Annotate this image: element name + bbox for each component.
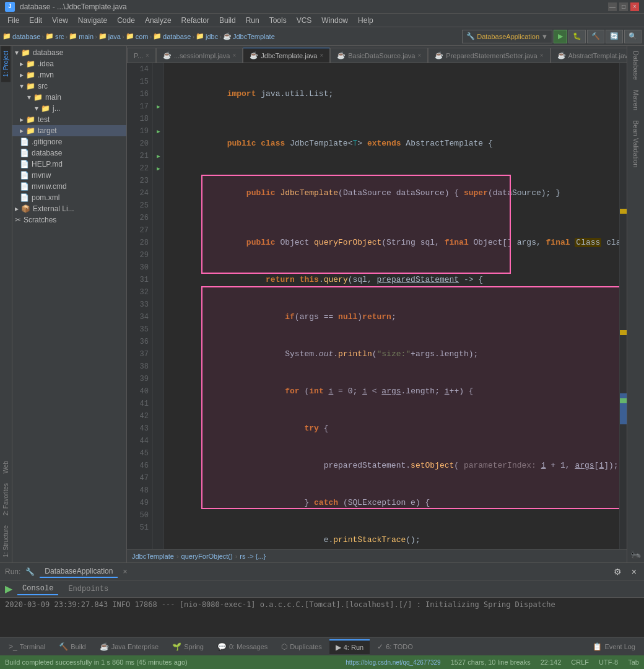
tab-preparedstatement[interactable]: ☕ PreparedStatementSetter.java × <box>428 48 550 63</box>
tree-external-libs[interactable]: ▸ 📦 External Li... <box>12 203 126 214</box>
console-tabs: ▶ Console Endpoints <box>0 580 644 598</box>
menu-edit[interactable]: Edit <box>24 15 47 26</box>
run-close-button[interactable]: × <box>629 566 639 578</box>
tab-p[interactable]: P... × <box>127 48 156 63</box>
debug-button[interactable]: 🐛 <box>568 30 586 43</box>
todo-tab[interactable]: ✓ 6: TODO <box>371 640 419 654</box>
build-tab[interactable]: 🔨 Build <box>53 640 92 654</box>
event-log-tab[interactable]: 📋 Event Log <box>586 640 642 654</box>
database-panel-tab[interactable]: Database <box>631 46 641 85</box>
title-bar-left: J database - ...\JdbcTemplate.java <box>5 2 127 12</box>
messages-tab[interactable]: 💬 0: Messages <box>211 640 274 654</box>
file-encoding[interactable]: UTF-8 <box>599 658 618 666</box>
tree-java-folder[interactable]: ▾ 📁 j... <box>12 103 126 114</box>
gutter-47 <box>153 472 164 484</box>
ant-icon[interactable]: 🐜 <box>628 547 643 562</box>
tab-jdbctemplate[interactable]: ☕ JdbcTemplate.java × <box>243 48 330 63</box>
sync-button[interactable]: 🔄 <box>606 30 623 43</box>
menu-build[interactable]: Build <box>214 15 241 26</box>
tree-mvnw[interactable]: 📄 mvnw <box>12 170 126 181</box>
bc-com[interactable]: com <box>136 33 149 40</box>
maximize-button[interactable]: □ <box>619 2 628 11</box>
tree-help[interactable]: 📄 HELP.md <box>12 159 126 170</box>
tree-src[interactable]: ▾ 📁 src <box>12 81 126 92</box>
favorites-panel-tab[interactable]: 2: Favorites <box>1 478 11 520</box>
menu-refactor[interactable]: Refactor <box>176 15 214 26</box>
bc-database2[interactable]: database <box>163 33 191 40</box>
menu-help[interactable]: Help <box>353 15 378 26</box>
scroll-warning-2 <box>620 330 627 335</box>
structure-panel-tab[interactable]: 1: Structure <box>1 520 11 562</box>
gutter-44 <box>153 435 164 447</box>
console-tab[interactable]: Console <box>17 583 58 595</box>
tree-target[interactable]: ▸ 📁 target <box>12 125 126 136</box>
menu-window[interactable]: Window <box>316 15 353 26</box>
spring-tab[interactable]: 🌱 Spring <box>166 640 210 654</box>
build-button[interactable]: 🔨 <box>587 30 604 43</box>
editor-scrollbar[interactable] <box>619 63 627 549</box>
gutter-51 <box>153 522 164 534</box>
tab-abstracttemplate[interactable]: ☕ AbstractTemplat.java × <box>550 48 627 63</box>
console-output: 2020-03-09 23:39:27.843 INFO 17868 --- [… <box>0 598 644 637</box>
run-tab[interactable]: ▶ 4: Run <box>329 639 370 654</box>
endpoints-tab[interactable]: Endpoints <box>63 584 113 595</box>
tab-basicdatasource[interactable]: ☕ BasicDataSource.java × <box>330 48 428 63</box>
scroll-warning-1 <box>620 209 627 214</box>
bc-src[interactable]: src <box>55 33 64 40</box>
menu-navigate[interactable]: Navigate <box>73 15 112 26</box>
tree-database-file[interactable]: 📄 database <box>12 147 126 159</box>
bc-main[interactable]: main <box>79 33 94 40</box>
menu-code[interactable]: Code <box>112 15 140 26</box>
bc-java[interactable]: java <box>108 33 121 40</box>
bc-database[interactable]: database <box>12 33 40 40</box>
menu-vcs[interactable]: VCS <box>292 15 317 26</box>
git-url[interactable]: https://blog.csdn.net/qq_42677329 <box>346 659 440 666</box>
close-icon[interactable]: × <box>320 52 323 59</box>
tree-gitignore[interactable]: 📄 .gitignore <box>12 136 126 147</box>
run-config-label[interactable]: DatabaseApplication <box>40 566 118 578</box>
window-controls[interactable]: — □ × <box>608 2 639 11</box>
close-icon[interactable]: × <box>146 52 149 59</box>
bc-queryforobject[interactable]: queryForObject() <box>181 553 233 560</box>
bc-rs-lambda[interactable]: rs -> {...} <box>240 553 266 560</box>
close-icon[interactable]: × <box>540 52 544 59</box>
gutter-43 <box>153 422 164 435</box>
bc-class[interactable]: JdbcTemplate <box>233 33 275 40</box>
line-ending[interactable]: CRLF <box>571 658 589 666</box>
close-icon[interactable]: × <box>417 52 421 59</box>
tree-pom[interactable]: 📄 pom.xml <box>12 192 126 203</box>
tree-test[interactable]: ▸ 📁 test <box>12 114 126 125</box>
tree-main[interactable]: ▾ 📁 main <box>12 92 126 103</box>
run-execute-button[interactable]: ▶ <box>5 583 12 595</box>
duplicates-tab[interactable]: ⬡ Duplicates <box>275 640 328 654</box>
tree-mvnw-cmd[interactable]: 📄 mvnw.cmd <box>12 181 126 192</box>
tree-idea[interactable]: ▸ 📁 .idea <box>12 58 126 69</box>
run-settings-button[interactable]: ⚙ <box>611 566 624 578</box>
tree-root[interactable]: ▾ 📁 database <box>12 47 126 58</box>
bc-jdbctemplate[interactable]: JdbcTemplate <box>132 553 174 560</box>
tree-scratches[interactable]: ✂ Scratches <box>12 214 126 225</box>
gutter-26 <box>153 212 164 224</box>
bc-jdbc[interactable]: jdbc <box>206 33 218 40</box>
web-panel-tab[interactable]: Web <box>1 456 11 478</box>
search-everywhere-button[interactable]: 🔍 <box>624 30 642 43</box>
terminal-tab[interactable]: >_ Terminal <box>2 640 51 654</box>
tree-mvn[interactable]: ▸ 📁 .mvn <box>12 69 126 81</box>
menu-view[interactable]: View <box>47 15 73 26</box>
maven-panel-tab[interactable]: Maven <box>631 85 641 115</box>
menu-run[interactable]: Run <box>241 15 264 26</box>
project-panel-tab[interactable]: 1: Project <box>1 46 11 82</box>
close-button[interactable]: × <box>630 2 639 11</box>
menu-tools[interactable]: Tools <box>264 15 292 26</box>
indent-type[interactable]: Tab <box>628 658 639 666</box>
run-button[interactable]: ▶ <box>554 30 567 43</box>
java-enterprise-tab[interactable]: ☕ Java Enterprise <box>94 640 165 654</box>
menu-file[interactable]: File <box>2 15 24 26</box>
run-config-button[interactable]: 🔧 DatabaseApplication ▼ <box>462 30 552 43</box>
close-icon[interactable]: × <box>232 52 236 59</box>
menu-analyze[interactable]: Analyze <box>140 15 176 26</box>
code-content[interactable]: import java.util.List; public class Jdbc… <box>164 63 619 549</box>
minimize-button[interactable]: — <box>608 2 617 11</box>
bean-validation-panel-tab[interactable]: Bean Validation <box>631 115 641 172</box>
tab-sessionimpl[interactable]: ☕ ...sessionImpl.java × <box>156 48 243 63</box>
